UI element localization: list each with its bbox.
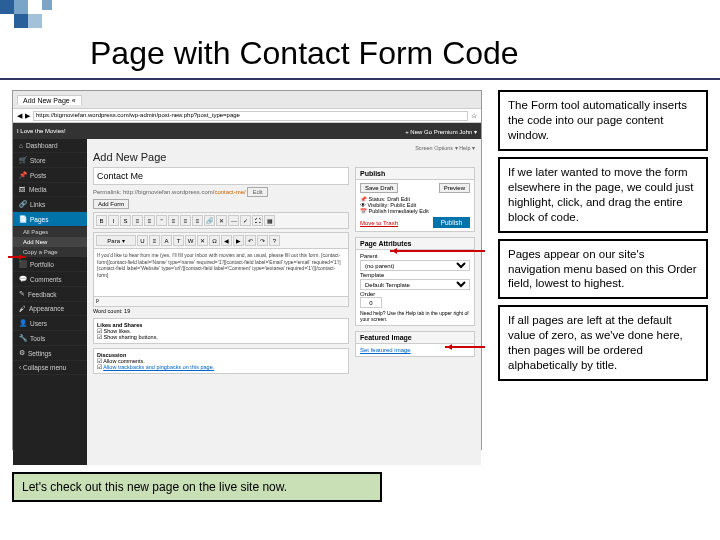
sidebar-item-feedback[interactable]: ✎Feedback <box>13 287 87 302</box>
help-icon[interactable]: ? <box>269 235 280 246</box>
comment-icon: 💬 <box>19 275 27 283</box>
editor-toolbar-2: Para ▾ U ≡ A T W ✕ Ω ◀ ▶ ↶ ↷ ? <box>93 232 349 249</box>
corner-decoration <box>0 0 90 35</box>
bottom-note: Let's check out this new page on the liv… <box>12 472 382 502</box>
color-icon[interactable]: A <box>161 235 172 246</box>
spell-icon[interactable]: ✓ <box>240 215 251 226</box>
align-right-icon[interactable]: ≡ <box>192 215 203 226</box>
user-icon: 👤 <box>19 319 27 327</box>
admin-bar-right[interactable]: + New Go Premium John ▾ <box>405 128 477 135</box>
bold-icon[interactable]: B <box>96 215 107 226</box>
quote-icon[interactable]: " <box>156 215 167 226</box>
more-icon[interactable]: ⋯ <box>228 215 239 226</box>
template-select[interactable]: Default Template <box>360 279 470 290</box>
page-icon: 📄 <box>19 215 27 223</box>
site-name[interactable]: I Love the Movies! <box>17 128 66 134</box>
underline-icon[interactable]: U <box>137 235 148 246</box>
format-select[interactable]: Para ▾ <box>96 235 136 246</box>
feedback-icon: ✎ <box>19 290 25 298</box>
unlink-icon[interactable]: ✕ <box>216 215 227 226</box>
sidebar-sub-allpages[interactable]: All Pages <box>13 227 87 237</box>
wp-admin-bar: I Love the Movies! + New Go Premium John… <box>13 123 481 139</box>
wp-main-content: Screen Options ▾ Help ▾ Add New Page Per… <box>87 139 481 465</box>
callout-4: If all pages are left at the default val… <box>498 305 708 381</box>
sidebar-item-links[interactable]: 🔗Links <box>13 197 87 212</box>
wp-sidebar: ⌂Dashboard 🛒Store 📌Posts 🖼Media 🔗Links 📄… <box>13 139 87 465</box>
sidebar-item-dashboard[interactable]: ⌂Dashboard <box>13 139 87 153</box>
schedule-row: 📅 Publish Immediately Edit <box>360 208 470 214</box>
sidebar-sub-addnew[interactable]: Add New <box>13 237 87 247</box>
editor-toolbar: B I S ≡ ≡ " ≡ ≡ ≡ 🔗 ✕ ⋯ ✓ ⛶ ▦ <box>93 212 349 229</box>
title-underline <box>0 78 720 80</box>
preview-button[interactable]: Preview <box>439 183 470 193</box>
ul-icon[interactable]: ≡ <box>132 215 143 226</box>
back-icon[interactable]: ◀ <box>17 112 22 120</box>
arrow-to-editor <box>390 250 485 252</box>
fullscreen-icon[interactable]: ⛶ <box>252 215 263 226</box>
sidebar-item-posts[interactable]: 📌Posts <box>13 168 87 183</box>
order-input[interactable] <box>360 297 382 308</box>
callout-3: Pages appear on our site's navigation me… <box>498 239 708 300</box>
publish-button[interactable]: Publish <box>433 217 470 228</box>
arrow-to-order <box>445 346 485 348</box>
align-center-icon[interactable]: ≡ <box>180 215 191 226</box>
redo-icon[interactable]: ↷ <box>257 235 268 246</box>
ol-icon[interactable]: ≡ <box>144 215 155 226</box>
sidebar-item-store[interactable]: 🛒Store <box>13 153 87 168</box>
brush-icon: 🖌 <box>19 305 26 312</box>
featured-image-box: Featured Image Set featured image <box>355 331 475 357</box>
callout-1: The Form tool automatically inserts the … <box>498 90 708 151</box>
callout-2: If we later wanted to move the form else… <box>498 157 708 233</box>
title-input[interactable] <box>93 167 349 185</box>
dashboard-icon: ⌂ <box>19 142 23 149</box>
strike-icon[interactable]: S <box>120 215 131 226</box>
sidebar-item-pages[interactable]: 📄Pages <box>13 212 87 227</box>
sidebar-item-tools[interactable]: 🔧Tools <box>13 331 87 346</box>
page-title: Page with Contact Form Code <box>90 35 519 72</box>
cart-icon: 🛒 <box>19 156 27 164</box>
align-left-icon[interactable]: ≡ <box>168 215 179 226</box>
undo-icon[interactable]: ↶ <box>245 235 256 246</box>
set-featured-link[interactable]: Set featured image <box>360 347 411 353</box>
italic-icon[interactable]: I <box>108 215 119 226</box>
sidebar-item-appearance[interactable]: 🖌Appearance <box>13 302 87 316</box>
wordpress-screenshot: Add New Page « ◀ ▶ https://bigmoviefan.w… <box>12 90 482 450</box>
likes-box: Likes and Shares ☑ Show likes. ☑ Show sh… <box>93 318 349 344</box>
permalink-row: Permalink: http://bigmoviefan.wordpress.… <box>93 187 349 197</box>
url-input[interactable]: https://bigmoviefan.wordpress.com/wp-adm… <box>33 111 468 121</box>
callout-column: The Form tool automatically inserts the … <box>498 90 708 381</box>
indent-icon[interactable]: ▶ <box>233 235 244 246</box>
page-heading: Add New Page <box>93 151 475 163</box>
browser-tab[interactable]: Add New Page « <box>17 95 82 105</box>
star-icon[interactable]: ☆ <box>471 112 477 120</box>
discussion-box: Discussion ☑ Allow comments. ☑ Allow tra… <box>93 348 349 374</box>
browser-tab-bar: Add New Page « <box>13 91 481 109</box>
trash-link[interactable]: Move to Trash <box>360 220 398 226</box>
sidebar-item-settings[interactable]: ⚙Settings <box>13 346 87 361</box>
parent-select[interactable]: (no parent) <box>360 260 470 271</box>
justify-icon[interactable]: ≡ <box>149 235 160 246</box>
editor-status: p <box>93 297 349 307</box>
sidebar-item-users[interactable]: 👤Users <box>13 316 87 331</box>
save-draft-button[interactable]: Save Draft <box>360 183 398 193</box>
sidebar-item-media[interactable]: 🖼Media <box>13 183 87 197</box>
allow-trackbacks-check[interactable]: ☑ Allow trackbacks and pingbacks on this… <box>97 364 214 370</box>
show-sharing-check[interactable]: ☑ Show sharing buttons. <box>97 334 158 340</box>
publish-box: Publish Save Draft Preview 📌 Status: Dra… <box>355 167 475 232</box>
forward-icon[interactable]: ▶ <box>25 112 30 120</box>
clear-icon[interactable]: ✕ <box>197 235 208 246</box>
paste-text-icon[interactable]: T <box>173 235 184 246</box>
kitchen-sink-icon[interactable]: ▦ <box>264 215 275 226</box>
sidebar-item-comments[interactable]: 💬Comments <box>13 272 87 287</box>
char-icon[interactable]: Ω <box>209 235 220 246</box>
portfolio-icon: ⬛ <box>19 260 27 268</box>
link-tb-icon[interactable]: 🔗 <box>204 215 215 226</box>
link-icon: 🔗 <box>19 200 27 208</box>
sidebar-collapse[interactable]: ‹ Collapse menu <box>13 361 87 375</box>
add-form-button[interactable]: Add Form <box>93 199 129 209</box>
outdent-icon[interactable]: ◀ <box>221 235 232 246</box>
content-editor[interactable]: If you'd like to hear from me (yes, I'll… <box>93 249 349 297</box>
word-count: Word count: 19 <box>93 308 349 314</box>
paste-word-icon[interactable]: W <box>185 235 196 246</box>
edit-permalink-button[interactable]: Edit <box>247 187 267 197</box>
